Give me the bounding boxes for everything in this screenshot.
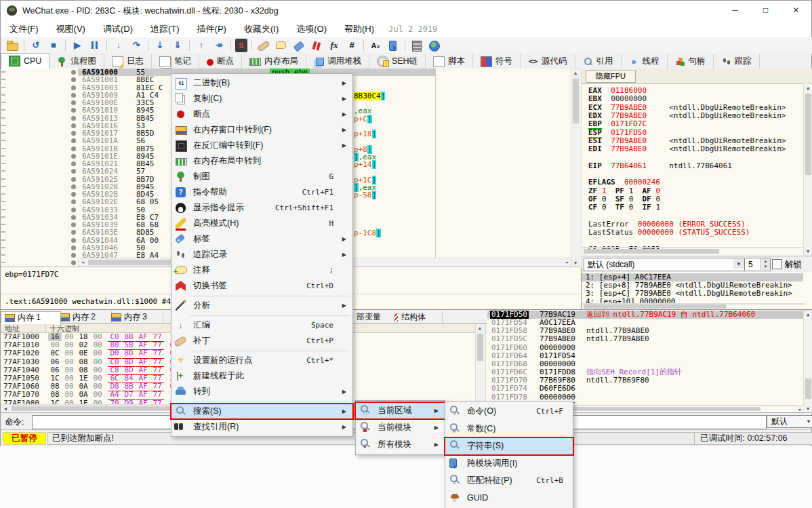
breakpoint-dot-icon[interactable]	[71, 154, 76, 159]
menubar-item[interactable]: 文件(F)	[1, 21, 47, 37]
tab-笔记[interactable]: 笔记	[152, 54, 199, 69]
breakpoint-dot-icon[interactable]	[71, 208, 76, 212]
menu-item-跨模块调用(I)[interactable]: 跨模块调用(I)	[445, 455, 573, 473]
breakpoint-dot-icon[interactable]	[71, 246, 76, 250]
topmost-icon[interactable]	[386, 39, 401, 52]
menu-item-转到[interactable]: 转到▶	[171, 384, 352, 399]
breakpoint-dot-icon[interactable]	[71, 238, 76, 243]
registers-hscrollbar[interactable]	[582, 247, 805, 248]
breakpoint-dot-icon[interactable]	[71, 123, 76, 128]
chevron-down-icon[interactable]: ▼	[806, 416, 811, 427]
unlock-checkbox[interactable]	[772, 259, 782, 269]
dump-tab-结构体[interactable]: 结构体	[391, 311, 443, 323]
comments-icon[interactable]	[274, 39, 289, 52]
menu-item-补丁[interactable]: 补丁Ctrl+P	[171, 333, 352, 349]
open-file-icon[interactable]	[5, 39, 20, 52]
breakpoint-dot-icon[interactable]	[71, 77, 76, 82]
stack-vscrollbar[interactable]: ▲ ▼	[803, 310, 812, 414]
menu-item-制图[interactable]: 制图G	[171, 169, 352, 184]
menubar-item[interactable]: 收藏夹(I)	[235, 21, 287, 37]
tab-线程[interactable]: »线程	[622, 54, 668, 69]
minimize-button[interactable]: ─	[720, 1, 750, 20]
breakpoint-dot-icon[interactable]	[71, 230, 76, 235]
stack-row[interactable]: 0171FD640171FD54	[487, 352, 803, 360]
registers-panel[interactable]: 隐藏FPU EAX 01186000EBX 00000000ECX 77B9AB…	[582, 69, 812, 309]
breakpoint-dot-icon[interactable]	[71, 108, 76, 113]
menu-item-在内存布局中转到[interactable]: 在内存布局中转到	[171, 153, 352, 169]
breakpoint-dot-icon[interactable]	[71, 222, 76, 227]
menu-item-汇编[interactable]: ↓汇编Space	[171, 317, 352, 333]
register-line[interactable]: LastStatus 00000000 (STATUS_SUCCESS)	[588, 229, 750, 237]
chevron-down-icon[interactable]: ▼	[733, 259, 744, 269]
breakpoint-dot-icon[interactable]	[71, 215, 76, 220]
tab-流程图[interactable]: 流程图	[49, 54, 104, 69]
pause-icon[interactable]	[87, 39, 102, 52]
menubar-item[interactable]: 调试(D)	[94, 21, 142, 37]
step-into-icon[interactable]: ↓	[111, 39, 126, 52]
menu-item-当前区域[interactable]: □当前区域▶	[356, 402, 445, 419]
stack-panel[interactable]: 0171FD5077B9AC19返回到 ntdll.77B9AC19 自 ntd…	[487, 309, 812, 413]
menu-item-设置新的运行点[interactable]: ✳设置新的运行点Ctrl+*	[171, 353, 352, 368]
breakpoint-dot-icon[interactable]	[71, 131, 76, 136]
menu-item-高亮模式(H)[interactable]: 高亮模式(H)H	[171, 216, 352, 231]
tab-SEH链[interactable]: SEH链	[369, 54, 426, 69]
register-line[interactable]: EDI 77B9ABE0 <ntdll.DbgUiRemoteBreakin>	[588, 145, 786, 153]
menu-item-注释[interactable]: 注释;	[171, 262, 352, 278]
menu-item-所有模块[interactable]: ✳所有模块▶	[356, 436, 445, 453]
trace-into-icon[interactable]: ⇣	[153, 39, 167, 52]
stack-row[interactable]: 0171FD5C77B9ABE0ntdll.77B9ABE0	[487, 335, 803, 343]
dump-tab-内存 3[interactable]: 内存 3	[108, 311, 163, 323]
stack-row[interactable]: 0171FD7077B69F80ntdll.77B69F80	[487, 376, 803, 385]
breakpoint-dot-icon[interactable]	[71, 169, 76, 174]
breakpoint-dot-icon[interactable]	[71, 177, 76, 182]
hide-fpu-button[interactable]: 隐藏FPU	[586, 70, 636, 83]
dump-tab-部变量[interactable]: 部变量	[353, 311, 395, 323]
tab-断点[interactable]: 断点	[199, 54, 242, 69]
breakpoint-dot-icon[interactable]	[71, 93, 76, 98]
register-line[interactable]: EIP 77B64061 ntdll.77B64061	[588, 162, 732, 170]
dump-tab-内存 2[interactable]: 内存 2	[56, 311, 112, 323]
constants-icon[interactable]: #	[344, 39, 359, 52]
labels-icon[interactable]	[291, 39, 306, 52]
stack-row[interactable]: 0171FD6000000000	[487, 344, 803, 352]
menu-item-指令帮助[interactable]: ?指令帮助Ctrl+F1	[171, 184, 352, 200]
arguments-view[interactable]: 1: [esp+4] A0C17EEA2: [esp+8] 77B9ABE0 <…	[582, 272, 812, 309]
menubar-item[interactable]: 插件(P)	[188, 21, 235, 37]
tab-脚本[interactable]: 脚本	[426, 54, 473, 69]
tab-句柄[interactable]: 句柄	[668, 54, 714, 69]
menu-item-字符串(S)[interactable]: “字符串(S)	[445, 437, 573, 455]
stack-row[interactable]: 0171FD5077B9AC19返回到 ntdll.77B9AC19 自 ntd…	[487, 311, 803, 319]
breakpoint-dot-icon[interactable]	[71, 146, 76, 151]
tab-引用[interactable]: 引用	[575, 54, 622, 69]
menubar-item[interactable]: 追踪(T)	[142, 21, 188, 37]
menu-item-复制(C)[interactable]: 复制(C)▶	[171, 91, 352, 106]
breakpoint-dot-icon[interactable]	[71, 260, 76, 265]
breakpoint-dot-icon[interactable]	[71, 199, 76, 204]
menu-item-GUID[interactable]: GUID	[445, 490, 573, 507]
bookmarks-icon[interactable]	[309, 39, 324, 52]
arg-count-spinner[interactable]: 5▲▼	[744, 258, 771, 271]
restart-icon[interactable]: ↺	[28, 39, 43, 52]
tab-跟踪[interactable]: 跟踪	[714, 54, 760, 69]
tab-CPU[interactable]: CPU	[1, 53, 49, 69]
patches-icon[interactable]	[256, 39, 271, 52]
menu-item-搜索(S)[interactable]: 搜索(S)▶	[171, 404, 352, 419]
menu-item-追踪记录[interactable]: 追踪记录▶	[171, 247, 352, 262]
disasm-vscrollbar[interactable]: ▲ ▼	[571, 69, 582, 268]
tab-日志[interactable]: 日志	[104, 54, 152, 69]
menu-item-当前模块[interactable]: ▣当前模块▶	[356, 419, 445, 436]
tab-调用堆栈[interactable]: 调用堆栈	[306, 54, 369, 69]
tab-源代码[interactable]: <>源代码	[521, 54, 575, 69]
breakpoint-dot-icon[interactable]	[71, 184, 76, 189]
menu-item-二进制(B)[interactable]: 01二进制(B)▶	[171, 75, 352, 91]
breakpoint-dot-icon[interactable]	[71, 138, 76, 143]
seh-chain-icon[interactable]: S	[235, 39, 247, 52]
execute-till-return-icon[interactable]: ↑	[194, 39, 209, 52]
menu-item-显示指令提示[interactable]: 显示指令提示Ctrl+Shift+F1	[171, 200, 352, 216]
menu-item-命令(O)[interactable]: >命令(O)Ctrl+F	[445, 403, 573, 421]
calculator-icon[interactable]	[409, 39, 424, 52]
internet-icon[interactable]	[427, 39, 442, 52]
breakpoint-dot-icon[interactable]	[71, 253, 76, 258]
stop-icon[interactable]: ■	[46, 39, 61, 52]
maximize-button[interactable]: □	[750, 1, 781, 20]
